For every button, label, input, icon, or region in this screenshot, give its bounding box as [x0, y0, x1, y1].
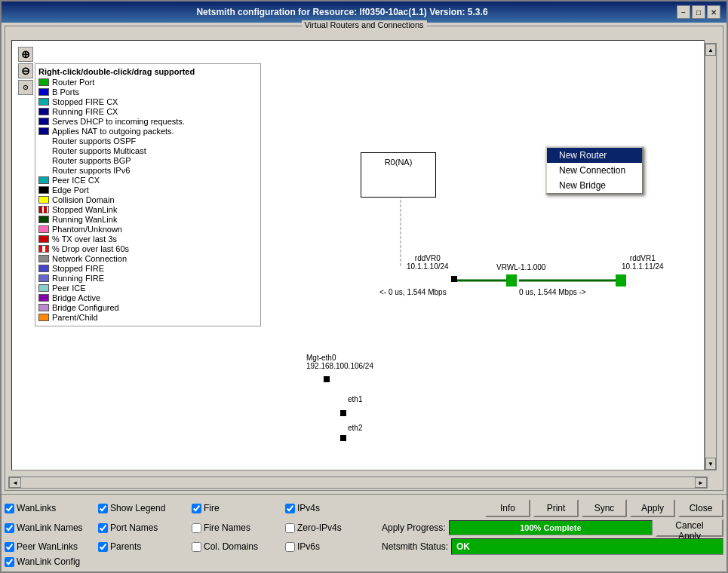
info-button[interactable]: Info	[485, 499, 530, 517]
wanlink-config-checkbox-label[interactable]: WanLink Config	[5, 556, 95, 567]
list-item: Peer ICE CX	[38, 176, 257, 185]
color-swatch	[38, 235, 49, 243]
zoom-controls: ⊕ ⊖ ⊙	[18, 47, 33, 95]
legend-label: % TX over last 3s	[52, 234, 117, 244]
fire-names-label: Fire Names	[204, 522, 250, 533]
scroll-left-button[interactable]: ◄	[9, 477, 21, 488]
list-item: % Drop over last 60s	[38, 244, 257, 253]
apply-button[interactable]: Apply	[630, 499, 675, 517]
col-domains-checkbox[interactable]	[192, 542, 201, 552]
legend-label: Applies NAT to outgoing packets.	[52, 127, 174, 136]
list-item: Applies NAT to outgoing packets.	[38, 127, 257, 136]
list-item: Router Port	[38, 78, 257, 87]
context-menu-item-new-router[interactable]: New Router	[547, 148, 642, 163]
cancel-apply-button[interactable]: Cancel Apply	[656, 519, 723, 537]
zero-ipv4s-checkbox[interactable]	[285, 523, 295, 533]
col-domains-checkbox-label[interactable]: Col. Domains	[192, 541, 282, 552]
wanlink-config-checkbox[interactable]	[5, 557, 14, 567]
wanlink-names-checkbox[interactable]	[5, 523, 14, 533]
scroll-up-button[interactable]: ▲	[705, 44, 716, 56]
eth2-label: eth2	[348, 424, 362, 432]
show-legend-checkbox[interactable]	[98, 504, 108, 513]
context-menu-item-new-connection[interactable]: New Connection	[547, 163, 642, 178]
color-swatch	[38, 98, 49, 106]
fire-names-checkbox[interactable]	[192, 523, 201, 533]
legend-label: Running FIRE	[52, 274, 104, 283]
list-item: % TX over last 3s	[38, 234, 257, 244]
peer-wanlinks-label: Peer WanLinks	[17, 541, 78, 552]
router-r0[interactable]: R0(NA)	[361, 152, 436, 198]
wanlinks-checkbox-label[interactable]: WanLinks	[5, 503, 95, 513]
list-item: Bridge Active	[38, 293, 257, 302]
color-swatch	[38, 255, 49, 262]
legend-label: Phantom/Unknown	[52, 225, 122, 234]
horizontal-scrollbar[interactable]: ◄ ►	[8, 476, 708, 489]
parents-checkbox-label[interactable]: Parents	[98, 541, 189, 552]
toolbar-row-1: WanLinks Show Legend Fire IPv4s Info Pri…	[5, 499, 723, 517]
color-swatch	[38, 157, 49, 164]
list-item: Router supports OSPF	[38, 136, 257, 146]
list-item: Running FIRE CX	[38, 107, 257, 116]
scroll-right-button[interactable]: ►	[695, 477, 707, 488]
wanlink-config-label: WanLink Config	[17, 556, 80, 567]
minimize-button[interactable]: −	[677, 5, 690, 19]
show-legend-label: Show Legend	[110, 503, 165, 513]
scroll-track[interactable]	[705, 56, 716, 458]
wanlinks-checkbox[interactable]	[5, 504, 14, 513]
diagram-canvas[interactable]: ⊕ ⊖ ⊙ Right-click/double-click/drag supp…	[11, 40, 705, 470]
mgt-eth0-label: Mgt-eth0192.168.100.106/24	[306, 354, 373, 370]
eth1-label: eth1	[348, 395, 362, 403]
fire-names-checkbox-label[interactable]: Fire Names	[192, 522, 282, 533]
port-names-checkbox[interactable]	[98, 523, 108, 533]
list-item: Collision Domain	[38, 195, 257, 204]
svg-rect-3	[616, 274, 626, 286]
zero-ipv4s-checkbox-label[interactable]: Zero-IPv4s	[285, 522, 376, 533]
ipv6s-checkbox-label[interactable]: IPv6s	[285, 541, 376, 552]
list-item: Stopped FIRE	[38, 264, 257, 273]
color-swatch	[38, 225, 49, 233]
scroll-down-button[interactable]: ▼	[705, 458, 716, 470]
show-legend-checkbox-label[interactable]: Show Legend	[98, 503, 189, 513]
color-swatch	[38, 127, 49, 135]
status-value: OK	[456, 541, 470, 552]
close-button-toolbar[interactable]: Close	[678, 499, 723, 517]
maximize-button[interactable]: □	[692, 5, 705, 19]
list-item: Phantom/Unknown	[38, 225, 257, 234]
toolbar-row-4: WanLink Config	[5, 556, 723, 567]
ipv4s-checkbox[interactable]	[285, 504, 295, 513]
print-button[interactable]: Print	[533, 499, 579, 517]
ipv6s-checkbox[interactable]	[285, 542, 295, 552]
color-swatch	[38, 88, 49, 96]
color-swatch	[38, 206, 49, 213]
legend-label: Stopped WanLink	[52, 205, 117, 214]
scroll-h-track[interactable]	[21, 477, 695, 488]
wanlink-names-checkbox-label[interactable]: WanLink Names	[5, 522, 95, 533]
zoom-in-button[interactable]: ⊕	[18, 47, 33, 62]
wanlinks-label: WanLinks	[17, 503, 56, 513]
toolbar-row-3: Peer WanLinks Parents Col. Domains IPv6s…	[5, 538, 723, 555]
svg-rect-6	[340, 410, 346, 416]
zoom-out-button[interactable]: ⊖	[18, 63, 33, 78]
fire-checkbox[interactable]	[192, 504, 201, 513]
peer-wanlinks-checkbox[interactable]	[5, 542, 14, 552]
legend-label: Stopped FIRE CX	[52, 97, 118, 106]
fire-label: Fire	[204, 503, 220, 513]
peer-wanlinks-checkbox-label[interactable]: Peer WanLinks	[5, 541, 95, 552]
port-rddvr0[interactable]	[451, 276, 457, 282]
port-names-checkbox-label[interactable]: Port Names	[98, 522, 189, 533]
status-bar: OK	[451, 538, 723, 555]
legend-label: Stopped FIRE	[52, 264, 104, 273]
context-menu-item-new-bridge[interactable]: New Bridge	[547, 178, 642, 193]
ipv4s-checkbox-label[interactable]: IPv4s	[285, 503, 376, 513]
close-button[interactable]: ✕	[707, 5, 720, 19]
fire-checkbox-label[interactable]: Fire	[192, 503, 282, 513]
parents-checkbox[interactable]	[98, 542, 108, 552]
sync-button[interactable]: Sync	[582, 499, 627, 517]
vertical-scrollbar[interactable]: ▲ ▼	[705, 43, 717, 470]
progress-bar-fill: 100% Complete	[450, 521, 652, 535]
progress-text: 100% Complete	[520, 523, 581, 532]
list-item: Serves DHCP to incoming requests.	[38, 117, 257, 126]
wanlink-label: VRWL-1.1.000	[496, 263, 545, 271]
legend-label: Edge Port	[52, 185, 89, 195]
zoom-reset-button[interactable]: ⊙	[18, 80, 33, 95]
